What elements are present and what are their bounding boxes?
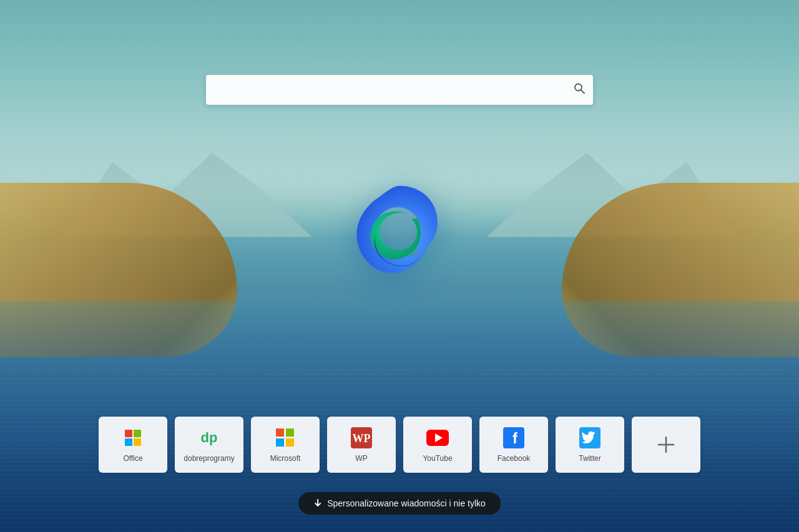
svg-text:f: f <box>512 430 518 447</box>
facebook-icon: f <box>502 427 525 449</box>
svg-rect-3 <box>125 430 132 437</box>
microsoft-label: Microsoft <box>270 454 301 463</box>
quick-link-dobreprogramy[interactable]: dp dobreprogramy <box>175 417 243 473</box>
add-icon <box>655 433 677 456</box>
search-input[interactable] <box>206 75 593 105</box>
notification-arrow-icon <box>313 499 322 508</box>
edge-logo <box>350 181 449 281</box>
svg-rect-8 <box>286 428 294 437</box>
bottom-notification[interactable]: Spersonalizowane wiadomości i nie tylko <box>298 492 501 515</box>
quick-link-facebook[interactable]: f Facebook <box>479 417 548 473</box>
svg-text:WP: WP <box>353 432 371 445</box>
svg-rect-4 <box>134 430 141 437</box>
dp-icon: dp <box>198 427 220 449</box>
quick-link-wp[interactable]: WP WP <box>327 417 396 473</box>
twitter-icon <box>579 427 601 449</box>
office-label: Office <box>123 454 142 463</box>
svg-rect-7 <box>276 428 284 437</box>
quick-link-add[interactable] <box>632 417 700 473</box>
svg-rect-5 <box>125 438 132 446</box>
youtube-icon <box>426 427 449 449</box>
svg-rect-6 <box>134 438 141 446</box>
notification-label: Spersonalizowane wiadomości i nie tylko <box>327 498 486 508</box>
svg-rect-9 <box>276 438 284 447</box>
quick-link-youtube[interactable]: YouTube <box>403 417 472 473</box>
dobreprogramy-label: dobreprogramy <box>184 454 234 463</box>
wp-icon: WP <box>350 427 373 449</box>
quick-links-container: Office dp dobreprogramy Microsoft WP WP <box>99 417 700 473</box>
quick-link-microsoft[interactable]: Microsoft <box>251 417 320 473</box>
svg-line-1 <box>581 90 585 94</box>
search-container <box>206 75 593 105</box>
svg-rect-10 <box>286 438 294 447</box>
office-icon <box>122 427 144 449</box>
wp-label: WP <box>355 454 367 463</box>
youtube-label: YouTube <box>423 454 452 463</box>
facebook-label: Facebook <box>498 454 531 463</box>
twitter-label: Twitter <box>579 454 600 463</box>
search-icon[interactable] <box>573 82 586 98</box>
quick-link-twitter[interactable]: Twitter <box>556 417 624 473</box>
quick-link-office[interactable]: Office <box>99 417 167 473</box>
microsoft-icon <box>274 427 297 449</box>
